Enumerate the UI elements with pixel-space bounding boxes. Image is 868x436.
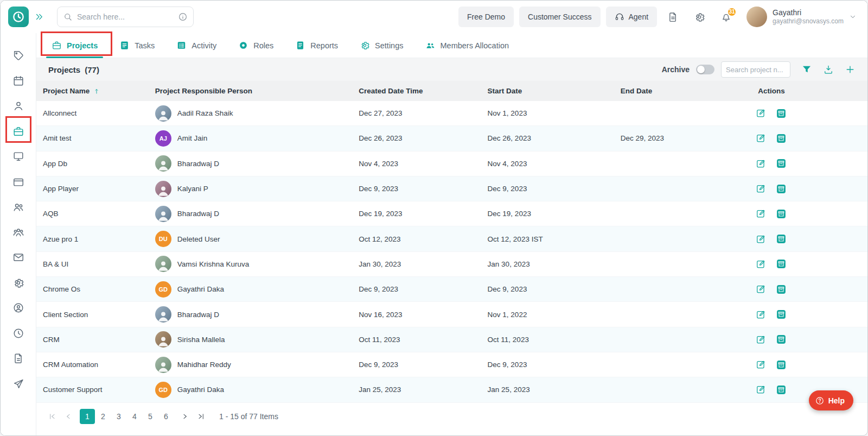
- tab-tasks[interactable]: Tasks: [110, 33, 164, 58]
- archive-project-icon[interactable]: [776, 284, 787, 295]
- person-avatar: [155, 181, 171, 197]
- edit-project-icon[interactable]: [756, 133, 766, 143]
- table-row[interactable]: CRM Automation Mahidhar Reddy Dec 9, 202…: [36, 352, 867, 377]
- table-row[interactable]: Chrome Os GD Gayathri Daka Dec 9, 2023 D…: [36, 277, 867, 302]
- first-page-icon[interactable]: [45, 409, 59, 424]
- sidebar-item-users[interactable]: [6, 194, 31, 220]
- sidebar-item-monitor[interactable]: [6, 144, 31, 169]
- free-demo-button[interactable]: Free Demo: [458, 7, 514, 27]
- edit-project-icon[interactable]: [756, 284, 766, 294]
- archive-toggle[interactable]: [696, 65, 714, 74]
- project-name-cell: AQB: [36, 210, 149, 218]
- table-row[interactable]: Client Section Bharadwaj D Nov 16, 2023 …: [36, 302, 867, 327]
- responsible-person-cell: AJ Amit Jain: [149, 130, 352, 147]
- tab-settings[interactable]: Settings: [350, 33, 413, 58]
- agent-button[interactable]: Agent: [606, 7, 658, 27]
- edit-project-icon[interactable]: [756, 208, 766, 219]
- main-content: Projects Tasks Activity Roles Reports Se…: [36, 33, 867, 436]
- edit-project-icon[interactable]: [756, 108, 766, 118]
- table-row[interactable]: Azue pro 1 DU Deleted User Oct 12, 2023 …: [36, 226, 867, 251]
- sidebar-item-send[interactable]: [6, 371, 31, 397]
- sidebar-expand-icon[interactable]: [34, 12, 44, 22]
- archive-project-icon[interactable]: [776, 208, 787, 219]
- user-menu[interactable]: Gayathri gayathri@snovasys.com: [746, 7, 857, 27]
- archive-project-icon[interactable]: [776, 258, 787, 269]
- mail-icon: [12, 251, 24, 263]
- archive-project-icon[interactable]: [776, 334, 787, 345]
- archive-project-icon[interactable]: [776, 133, 787, 144]
- sidebar-item-documents[interactable]: [6, 346, 31, 371]
- page-4-button[interactable]: 4: [127, 409, 142, 424]
- edit-project-icon[interactable]: [756, 309, 766, 320]
- table-row[interactable]: CRM Sirisha Mallela Oct 11, 2023 Oct 11,…: [36, 327, 867, 352]
- help-button[interactable]: Help: [809, 390, 853, 410]
- tab-roles[interactable]: Roles: [228, 33, 283, 58]
- sidebar-item-user[interactable]: [6, 93, 31, 119]
- customer-success-button[interactable]: Customer Success: [519, 7, 600, 27]
- edit-project-icon[interactable]: [756, 359, 766, 370]
- page-1-button[interactable]: 1: [80, 409, 95, 424]
- responsible-person-cell: Bharadwaj D: [149, 206, 352, 222]
- created-date-cell: Jan 25, 2023: [352, 386, 481, 394]
- download-icon[interactable]: [823, 64, 834, 75]
- table-row[interactable]: AQB Bharadwaj D Dec 19, 2023 Dec 19, 202…: [36, 201, 867, 226]
- table-row[interactable]: Customer Support GD Gayathri Daka Jan 25…: [36, 377, 867, 402]
- sidebar-item-billing[interactable]: [6, 169, 31, 195]
- archive-project-icon[interactable]: [776, 384, 787, 395]
- page-3-button[interactable]: 3: [111, 409, 126, 424]
- table-row[interactable]: Allconnect Aadil Raza Shaik Dec 27, 2023…: [36, 101, 867, 126]
- global-search-input[interactable]: [77, 12, 174, 21]
- tab-reports[interactable]: Reports: [285, 33, 348, 58]
- filter-icon[interactable]: [801, 64, 812, 75]
- edit-project-icon[interactable]: [756, 159, 766, 169]
- sidebar-item-projects[interactable]: [6, 119, 31, 144]
- sidebar-item-tags[interactable]: [6, 43, 31, 68]
- responsible-person-cell: Kalyani P: [149, 181, 352, 197]
- archive-project-icon[interactable]: [776, 359, 787, 370]
- page-2-button[interactable]: 2: [95, 409, 111, 424]
- sidebar-item-time[interactable]: [6, 321, 31, 346]
- archive-project-icon[interactable]: [776, 158, 787, 169]
- sort-ascending-icon[interactable]: [93, 87, 100, 95]
- header-settings-icon[interactable]: [694, 11, 705, 23]
- person-avatar: DU: [155, 231, 171, 247]
- edit-project-icon[interactable]: [756, 334, 766, 345]
- notes-icon[interactable]: [667, 11, 679, 23]
- sidebar-item-planner[interactable]: [6, 68, 31, 94]
- table-row[interactable]: App Player Kalyani P Dec 9, 2023 Dec 9, …: [36, 176, 867, 201]
- table-row[interactable]: Amit test AJ Amit Jain Dec 26, 2023 Dec …: [36, 126, 867, 151]
- archive-project-icon[interactable]: [776, 233, 787, 244]
- edit-project-icon[interactable]: [756, 234, 766, 244]
- sidebar-item-mail[interactable]: [6, 245, 31, 270]
- project-name-cell: Amit test: [36, 134, 149, 142]
- next-page-icon[interactable]: [178, 409, 192, 424]
- notifications-bell[interactable]: 31: [720, 11, 732, 23]
- tab-projects[interactable]: Projects: [42, 33, 107, 58]
- table-row[interactable]: App Db Bharadwaj D Nov 4, 2023 Nov 4, 20…: [36, 151, 867, 176]
- sidebar-item-profile[interactable]: [6, 295, 31, 321]
- last-page-icon[interactable]: [194, 409, 208, 424]
- info-icon[interactable]: [178, 12, 188, 22]
- edit-project-icon[interactable]: [756, 184, 766, 194]
- edit-project-icon[interactable]: [756, 259, 766, 269]
- archive-project-icon[interactable]: [776, 309, 787, 320]
- edit-project-icon[interactable]: [756, 384, 766, 395]
- previous-page-icon[interactable]: [61, 409, 75, 424]
- table-row[interactable]: BA & UI Vamsi Krishna Kuruva Jan 30, 202…: [36, 252, 867, 277]
- page-5-button[interactable]: 5: [143, 409, 158, 424]
- archive-project-icon[interactable]: [776, 108, 787, 119]
- person-name: Sirisha Mallela: [177, 336, 225, 344]
- column-project-name[interactable]: Project Name: [36, 87, 149, 95]
- project-search-input[interactable]: [721, 61, 790, 78]
- sidebar-item-settings[interactable]: [6, 270, 31, 296]
- archive-project-icon[interactable]: [776, 184, 787, 194]
- sidebar-item-team[interactable]: [6, 220, 31, 245]
- app-logo[interactable]: [8, 7, 29, 27]
- tab-members-allocation[interactable]: Members Allocation: [416, 33, 519, 58]
- start-date-cell: Jan 30, 2023: [481, 260, 614, 268]
- project-name-cell: Customer Support: [36, 386, 149, 394]
- chevron-down-icon[interactable]: [849, 13, 857, 21]
- add-project-icon[interactable]: [845, 64, 856, 75]
- page-6-button[interactable]: 6: [158, 409, 174, 424]
- tab-activity[interactable]: Activity: [167, 33, 226, 58]
